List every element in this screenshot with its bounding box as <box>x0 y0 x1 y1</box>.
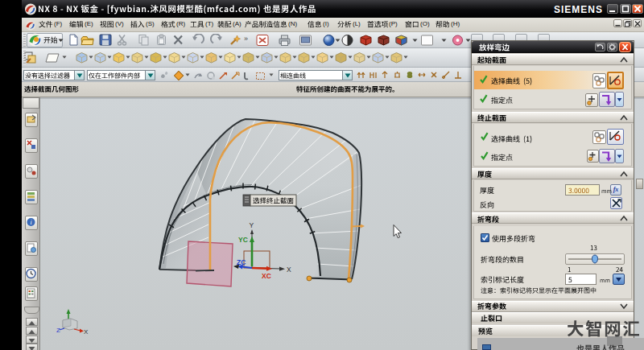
svg-text:XC: XC <box>262 272 271 280</box>
svg-text:ZC: ZC <box>237 258 246 266</box>
svg-text:X: X <box>287 266 291 274</box>
svg-text:YC: YC <box>238 236 248 244</box>
svg-text:Z: Z <box>56 327 60 334</box>
svg-text:Y: Y <box>250 221 254 229</box>
svg-text:X: X <box>84 328 89 336</box>
